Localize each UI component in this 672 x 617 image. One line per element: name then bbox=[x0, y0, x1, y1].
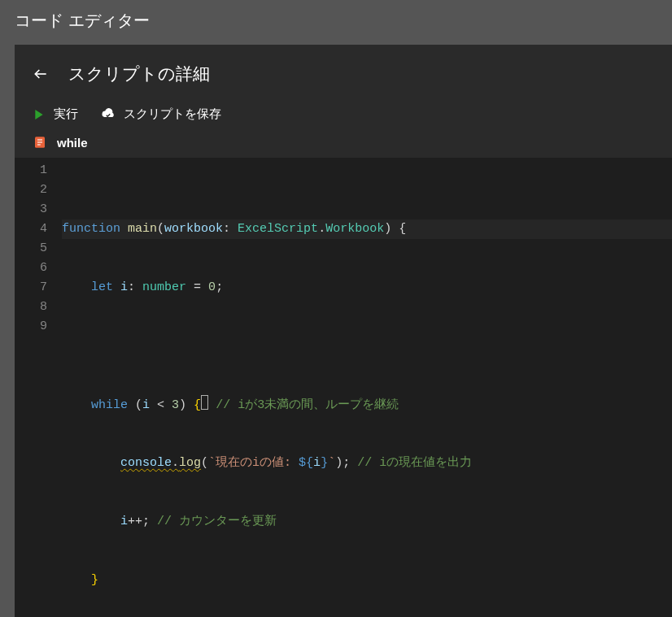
toolbar: 実行 スクリプトを保存 bbox=[15, 92, 672, 130]
svg-marker-1 bbox=[35, 110, 42, 119]
editor-pane: スクリプトの詳細 実行 スクリプトを保存 while 123456789 bbox=[15, 45, 672, 617]
script-file-icon bbox=[33, 135, 47, 150]
code-editor[interactable]: 123456789 function main(workbook: ExcelS… bbox=[15, 158, 672, 617]
save-button[interactable]: スクリプトを保存 bbox=[101, 106, 221, 122]
text-cursor bbox=[201, 395, 208, 410]
current-line-highlight bbox=[62, 219, 672, 239]
play-icon bbox=[33, 108, 46, 121]
cloud-save-icon bbox=[101, 107, 116, 122]
script-title: スクリプトの詳細 bbox=[68, 63, 210, 85]
code-content[interactable]: function main(workbook: ExcelScript.Work… bbox=[62, 158, 672, 617]
run-button[interactable]: 実行 bbox=[33, 106, 78, 122]
header: スクリプトの詳細 bbox=[15, 45, 672, 92]
app-title: コード エディター bbox=[0, 0, 672, 41]
back-arrow-icon[interactable] bbox=[33, 66, 49, 82]
file-row: while bbox=[15, 130, 672, 158]
run-label: 実行 bbox=[54, 106, 78, 122]
file-name: while bbox=[57, 136, 88, 150]
save-label: スクリプトを保存 bbox=[124, 106, 221, 122]
line-gutter: 123456789 bbox=[15, 158, 62, 617]
